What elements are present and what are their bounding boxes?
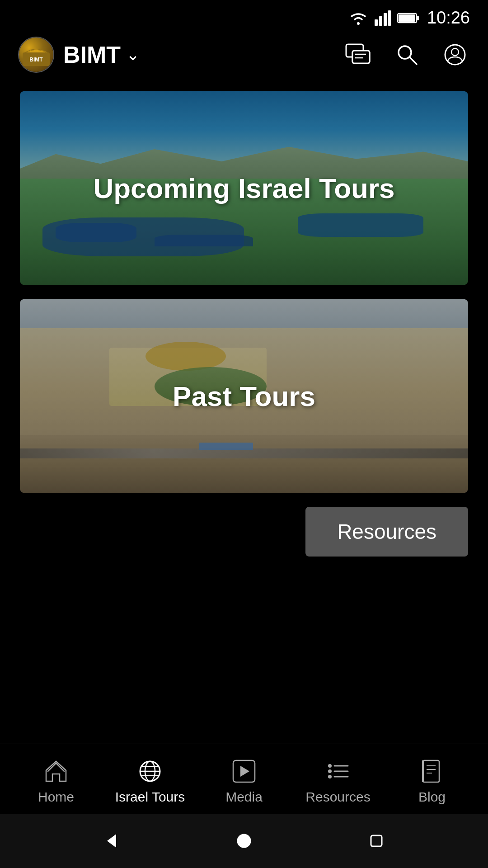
square-icon	[367, 832, 385, 850]
past-tours-label: Past Tours	[173, 380, 315, 412]
search-icon	[396, 43, 418, 66]
header-actions	[342, 40, 470, 70]
search-button[interactable]	[392, 40, 422, 70]
svg-marker-25	[240, 766, 249, 777]
chat-icon	[345, 43, 371, 66]
svg-line-16	[409, 57, 417, 64]
signal-icon	[375, 10, 391, 26]
profile-button[interactable]	[440, 40, 470, 70]
svg-rect-1	[375, 19, 378, 26]
home-icon	[42, 758, 70, 785]
home-button[interactable]	[230, 827, 258, 854]
svg-rect-7	[399, 14, 415, 22]
avatar-image: BIMT	[19, 38, 53, 72]
wifi-icon	[348, 10, 368, 26]
svg-rect-32	[423, 760, 439, 782]
recents-button[interactable]	[363, 827, 390, 854]
svg-rect-4	[388, 10, 391, 26]
svg-point-38	[238, 835, 250, 847]
status-time: 10:26	[427, 8, 470, 28]
nav-item-blog[interactable]: Blog	[385, 758, 479, 805]
status-bar: 10:26	[0, 0, 488, 32]
svg-point-28	[328, 775, 332, 778]
globe-icon	[136, 758, 164, 785]
svg-rect-2	[379, 16, 382, 26]
svg-rect-6	[417, 16, 419, 20]
nav-item-home[interactable]: Home	[9, 758, 103, 805]
resources-section: Resources	[0, 502, 488, 561]
nav-item-media[interactable]: Media	[197, 758, 291, 805]
svg-rect-3	[384, 13, 387, 26]
nav-item-israel-tours[interactable]: Israel Tours	[103, 758, 197, 805]
svg-point-18	[451, 48, 459, 56]
svg-point-0	[357, 22, 360, 25]
list-icon	[324, 758, 352, 785]
bottom-navigation: Home Israel Tours Media	[0, 744, 488, 814]
nav-label-resources: Resources	[305, 789, 370, 805]
upcoming-tours-card[interactable]: Upcoming Israel Tours	[20, 91, 468, 285]
main-content: Upcoming Israel Tours Past Tours	[0, 82, 488, 502]
upcoming-tours-label: Upcoming Israel Tours	[93, 172, 394, 204]
svg-point-27	[328, 769, 332, 773]
user-icon	[444, 43, 466, 66]
book-icon	[418, 758, 446, 785]
status-icons	[348, 10, 420, 26]
resources-button[interactable]: Resources	[305, 507, 468, 557]
nav-label-israel-tours: Israel Tours	[115, 789, 185, 805]
play-icon	[230, 758, 258, 785]
chat-button[interactable]	[342, 40, 374, 70]
app-header: BIMT BIMT ⌄	[0, 32, 488, 82]
nav-item-resources[interactable]: Resources	[291, 758, 385, 805]
brand-avatar[interactable]: BIMT	[18, 37, 54, 73]
svg-point-26	[328, 764, 332, 768]
home-circle-icon	[235, 832, 253, 850]
nav-label-media: Media	[225, 789, 263, 805]
brand-label: BIMT	[63, 41, 121, 68]
chevron-down-icon: ⌄	[126, 45, 140, 64]
brand-name-group[interactable]: BIMT ⌄	[63, 41, 140, 68]
brand-section: BIMT BIMT ⌄	[18, 37, 140, 73]
svg-text:BIMT: BIMT	[29, 57, 43, 63]
svg-marker-37	[107, 834, 116, 848]
back-icon	[103, 832, 121, 850]
back-button[interactable]	[98, 827, 125, 854]
svg-rect-39	[371, 835, 382, 846]
system-navigation	[0, 814, 488, 868]
svg-rect-12	[352, 51, 370, 63]
battery-icon	[397, 12, 420, 24]
past-tours-card[interactable]: Past Tours	[20, 299, 468, 493]
nav-label-blog: Blog	[418, 789, 446, 805]
nav-label-home: Home	[38, 789, 74, 805]
